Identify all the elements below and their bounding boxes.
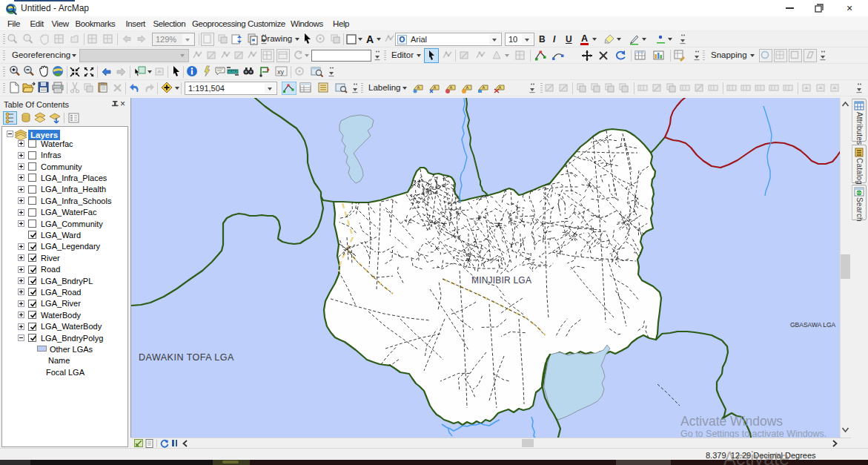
svg-text:A: A bbox=[417, 85, 420, 90]
svg-text:Go to Settings to activate Win: Go to Settings to activate Windows. bbox=[680, 429, 826, 438]
svg-text:A: A bbox=[434, 85, 437, 90]
svg-text:A: A bbox=[483, 85, 486, 90]
svg-text:GBASAWA LGA: GBASAWA LGA bbox=[790, 321, 836, 329]
svg-text:xy: xy bbox=[277, 68, 285, 76]
svg-text:Activate Windows: Activate Windows bbox=[680, 414, 783, 429]
svg-text:MINJIBIR LGA: MINJIBIR LGA bbox=[471, 275, 531, 286]
svg-text:A: A bbox=[466, 85, 469, 90]
svg-text:DAWAKIN TOFA LGA: DAWAKIN TOFA LGA bbox=[139, 352, 234, 363]
svg-text:A: A bbox=[499, 85, 502, 90]
svg-text:A: A bbox=[450, 85, 453, 90]
